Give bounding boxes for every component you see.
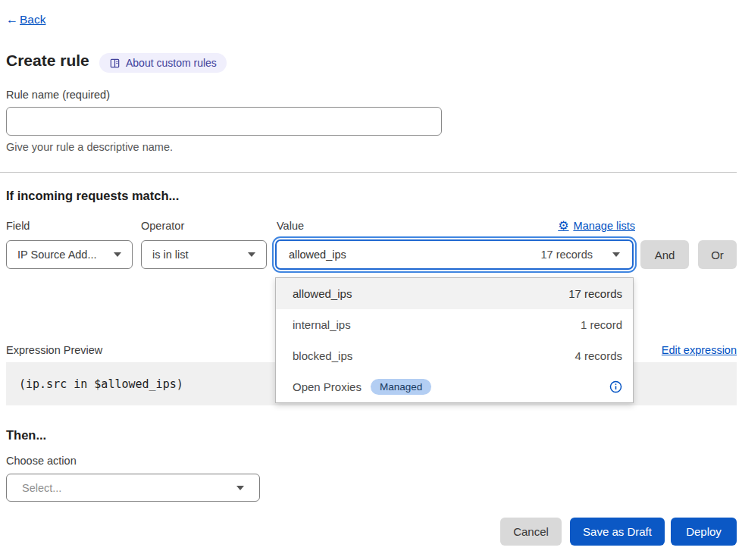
back-link[interactable]: ←Back <box>6 13 45 27</box>
and-button[interactable]: And <box>640 240 689 269</box>
section-divider <box>0 172 737 173</box>
operator-label: Operator <box>141 220 184 232</box>
dropdown-option-open-proxies[interactable]: Open Proxies Managed <box>276 371 633 402</box>
book-icon <box>109 58 121 69</box>
save-as-draft-button[interactable]: Save as Draft <box>570 518 665 546</box>
value-select-name: allowed_ips <box>289 249 346 261</box>
value-select[interactable]: allowed_ips 17 records <box>275 239 634 270</box>
info-icon[interactable] <box>609 380 622 393</box>
list-name: blocked_ips <box>293 349 352 362</box>
field-select-value: IP Source Add... <box>17 249 97 261</box>
cancel-button[interactable]: Cancel <box>500 518 562 546</box>
action-select[interactable]: Select... <box>6 474 260 502</box>
value-dropdown-menu: allowed_ips 17 records internal_ips 1 re… <box>275 277 634 403</box>
list-name: Open Proxies <box>293 380 362 393</box>
chevron-down-icon <box>612 252 620 257</box>
chevron-down-icon <box>236 486 244 490</box>
back-label: Back <box>20 13 45 26</box>
page-title: Create rule <box>6 52 89 70</box>
dropdown-option-allowed-ips[interactable]: allowed_ips 17 records <box>276 278 633 309</box>
edit-expression-link[interactable]: Edit expression <box>662 344 737 356</box>
dropdown-option-blocked-ips[interactable]: blocked_ips 4 records <box>276 340 633 371</box>
list-record-count: 4 records <box>575 349 622 362</box>
manage-lists-label: Manage lists <box>574 220 635 232</box>
deploy-button[interactable]: Deploy <box>671 518 737 546</box>
match-section-heading: If incoming requests match... <box>6 189 179 203</box>
value-label: Value <box>277 220 304 232</box>
about-custom-rules-link[interactable]: About custom rules <box>99 53 227 73</box>
operator-select[interactable]: is in list <box>141 240 267 269</box>
action-select-placeholder: Select... <box>22 482 61 494</box>
rule-name-input[interactable] <box>6 107 442 136</box>
choose-action-label: Choose action <box>6 455 77 467</box>
rule-name-help-text: Give your rule a descriptive name. <box>6 141 173 153</box>
list-name: allowed_ips <box>293 287 352 300</box>
list-record-count: 1 record <box>581 318 622 331</box>
dropdown-option-internal-ips[interactable]: internal_ips 1 record <box>276 309 633 340</box>
value-select-count: 17 records <box>540 249 593 261</box>
create-rule-page: ←Back Create rule About custom rules Rul… <box>0 0 742 560</box>
rule-name-label: Rule name (required) <box>6 89 110 101</box>
managed-badge: Managed <box>371 379 431 395</box>
expression-preview-label: Expression Preview <box>6 344 102 356</box>
chevron-down-icon <box>114 252 121 257</box>
chevron-down-icon <box>248 252 255 257</box>
field-label: Field <box>6 220 30 232</box>
list-name: internal_ips <box>293 318 351 331</box>
operator-select-value: is in list <box>152 249 189 261</box>
field-select[interactable]: IP Source Add... <box>6 240 133 269</box>
back-arrow-icon: ← <box>6 13 18 26</box>
manage-lists-link[interactable]: ⚙ Manage lists <box>558 220 635 232</box>
or-button[interactable]: Or <box>698 240 737 269</box>
about-badge-label: About custom rules <box>126 57 217 69</box>
then-section-heading: Then... <box>6 428 46 443</box>
list-record-count: 17 records <box>568 287 622 300</box>
gear-icon: ⚙ <box>558 220 568 232</box>
expression-code: (ip.src in $allowed_ips) <box>6 377 183 391</box>
